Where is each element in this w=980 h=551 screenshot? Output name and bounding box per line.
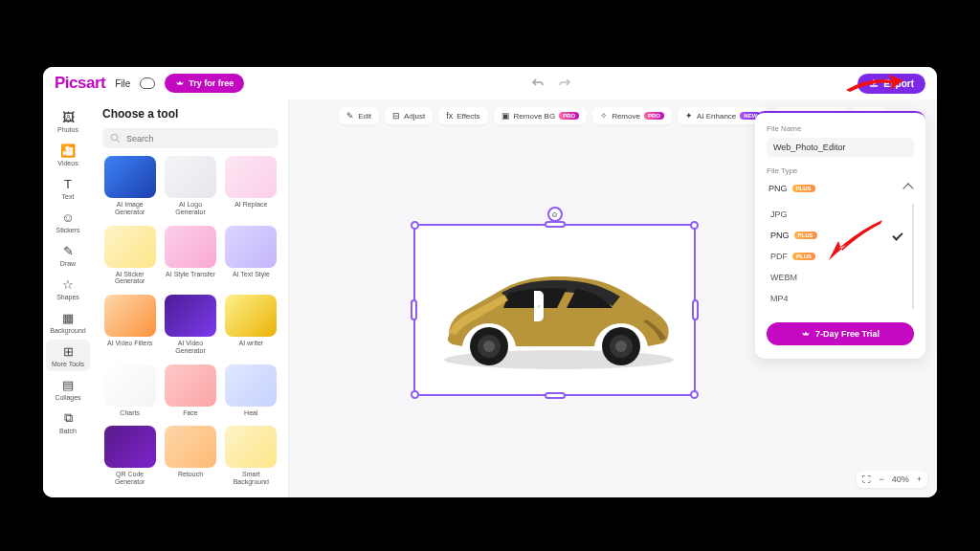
car-image (425, 245, 688, 379)
tool-face[interactable]: Face (163, 364, 217, 421)
tb-label: Remove (612, 112, 640, 121)
toolbar-remove[interactable]: ✧RemovePRO (592, 107, 672, 124)
rail-item-videos[interactable]: 🎦Videos (46, 139, 90, 170)
fit-icon[interactable]: ⛶ (862, 474, 871, 484)
badge: PRO (644, 112, 664, 120)
rail-item-draw[interactable]: ✎Draw (46, 239, 90, 271)
try-free-button[interactable]: Try for free (165, 74, 244, 93)
tool-label: Charts (120, 409, 140, 417)
tool-thumb (225, 156, 277, 198)
plus-badge: PLUS (794, 231, 817, 239)
tools-panel: Choose a tool AI Image GeneratorAI Logo … (93, 99, 289, 497)
file-type-option-mp4[interactable]: MP4 (767, 288, 906, 309)
file-menu[interactable]: File (115, 78, 130, 89)
tool-thumb (165, 426, 216, 468)
rail-icon: ▦ (60, 310, 76, 325)
rail-item-batch[interactable]: ⧉Batch (46, 407, 90, 438)
rail-item-stickers[interactable]: ☺Stickers (46, 206, 90, 237)
rail: 🖼Photos🎦VideosTText☺Stickers✎Draw☆Shapes… (43, 99, 93, 497)
check-icon (892, 230, 902, 240)
rail-label: Draw (60, 260, 76, 267)
file-type-select[interactable]: PNG PLUS (767, 179, 914, 198)
tool-ai-style-transfer[interactable]: AI Style Transfer (163, 226, 217, 290)
tool-ai-sticker-generator[interactable]: AI Sticker Generator (102, 226, 157, 290)
search-field[interactable] (126, 134, 271, 143)
opt-label: PDF (770, 252, 788, 261)
resize-handle-ml[interactable] (411, 299, 417, 320)
tb-icon: ▣ (501, 111, 510, 121)
export-button[interactable]: Export (858, 74, 925, 94)
selected-image[interactable]: ☺ (413, 224, 696, 396)
rail-item-photos[interactable]: 🖼Photos (46, 105, 90, 137)
tool-ai-text-style[interactable]: AI Text Style (224, 226, 278, 290)
resize-handle-tr[interactable] (690, 221, 699, 230)
tool-thumb (104, 156, 156, 198)
tool-ai-logo-generator[interactable]: AI Logo Generator (163, 156, 217, 220)
tools-grid: AI Image GeneratorAI Logo GeneratorAI Re… (102, 156, 278, 490)
zoom-value: 40% (892, 474, 909, 484)
rail-icon: ▤ (60, 377, 76, 392)
free-trial-button[interactable]: 7-Day Free Trial (767, 322, 914, 345)
resize-handle-bl[interactable] (411, 390, 419, 399)
zoom-in[interactable]: + (917, 474, 922, 484)
rotate-handle[interactable]: ☺ (547, 207, 563, 222)
tool-ai-video-generator[interactable]: AI Video Generator (163, 295, 217, 359)
tool-ai-replace[interactable]: AI Replace (224, 156, 278, 220)
tool-thumb (104, 226, 156, 268)
tool-qr-code-generator[interactable]: QR Code Generator (102, 426, 157, 490)
resize-handle-mb[interactable] (545, 392, 566, 399)
logo[interactable]: Picsart (55, 74, 105, 93)
tool-label: Retouch (178, 471, 203, 478)
collapse-panel-handle[interactable]: ‹ (534, 291, 544, 321)
rail-icon: ☆ (60, 276, 76, 292)
cloud-icon[interactable] (140, 77, 155, 89)
file-type-option-png[interactable]: PNGPLUS (767, 225, 906, 246)
file-type-options: JPGPNGPLUSPDFPLUSWEBMMP4 (767, 204, 914, 309)
rail-icon: ⊞ (60, 343, 76, 359)
svg-point-4 (483, 341, 495, 352)
resize-handle-mt[interactable] (545, 221, 566, 228)
tool-retouch[interactable]: Retouch (163, 426, 217, 490)
file-type-option-webm[interactable]: WEBM (767, 267, 906, 288)
rail-item-background[interactable]: ▦Background (46, 306, 90, 338)
tool-thumb (165, 364, 216, 407)
tool-ai-writer[interactable]: AI writer (224, 295, 278, 359)
resize-handle-mr[interactable] (692, 299, 699, 320)
file-type-option-pdf[interactable]: PDFPLUS (767, 246, 906, 267)
rail-label: Shapes (56, 294, 79, 300)
undo-icon[interactable] (531, 77, 545, 89)
file-type-option-jpg[interactable]: JPG (767, 204, 906, 225)
rail-item-more-tools[interactable]: ⊞More Tools (46, 340, 90, 371)
export-panel: File Name File Type PNG PLUS JPGPNGPLUSP… (755, 111, 925, 359)
tool-heal[interactable]: Heal (224, 364, 278, 421)
tool-thumb (104, 295, 156, 337)
rail-label: More Tools (52, 361, 84, 367)
tool-thumb (225, 426, 277, 468)
resize-handle-tl[interactable] (411, 221, 419, 230)
try-free-label: Try for free (189, 78, 234, 88)
tool-label: AI Video Filters (107, 340, 152, 347)
tool-label: AI Image Generator (102, 201, 157, 215)
opt-label: MP4 (770, 294, 789, 303)
zoom-control: ⛶ − 40% + (857, 471, 927, 488)
toolbar-remove-bg[interactable]: ▣Remove BGPRO (494, 107, 588, 124)
tool-thumb (165, 156, 216, 198)
tool-charts[interactable]: Charts (102, 364, 157, 421)
tool-ai-image-generator[interactable]: AI Image Generator (102, 156, 157, 220)
trial-label: 7-Day Free Trial (815, 329, 880, 339)
search-input[interactable] (102, 128, 278, 148)
rail-item-text[interactable]: TText (46, 172, 90, 204)
toolbar-effects[interactable]: fxEffects (438, 107, 487, 124)
toolbar-adjust[interactable]: ⊟Adjust (385, 107, 433, 124)
toolbar-edit[interactable]: ✎Edit (339, 107, 379, 124)
rail-item-shapes[interactable]: ☆Shapes (46, 273, 90, 304)
resize-handle-br[interactable] (690, 390, 699, 399)
rail-item-collages[interactable]: ▤Collages (46, 373, 90, 405)
tool-ai-video-filters[interactable]: AI Video Filters (102, 295, 157, 359)
tb-label: AI Enhance (697, 112, 736, 121)
tool-thumb (165, 295, 216, 337)
zoom-out[interactable]: − (879, 474, 883, 484)
tool-smart-background[interactable]: Smart Background (224, 426, 278, 490)
file-name-input[interactable] (767, 138, 914, 157)
redo-icon[interactable] (558, 77, 571, 89)
